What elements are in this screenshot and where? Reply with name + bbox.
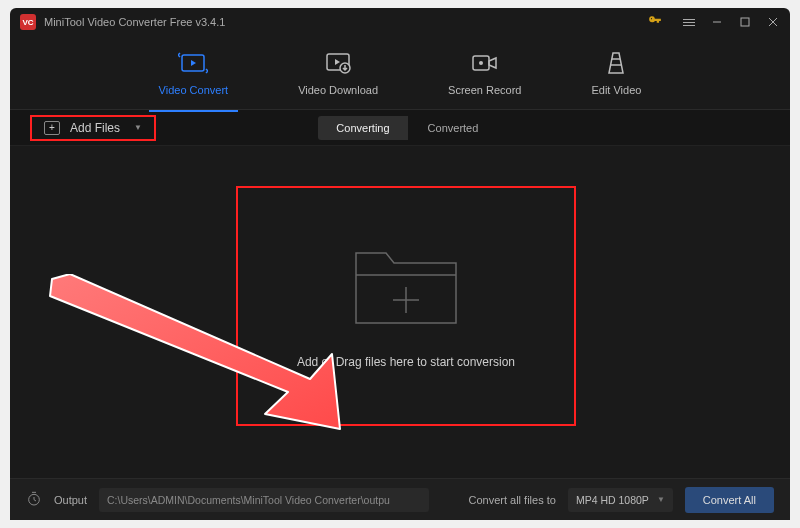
- tab-label: Video Convert: [159, 84, 229, 96]
- tab-label: Edit Video: [591, 84, 641, 96]
- segment-converting[interactable]: Converting: [318, 116, 408, 140]
- tab-label: Screen Record: [448, 84, 521, 96]
- clock-icon[interactable]: [26, 491, 42, 509]
- convert-all-label: Convert all files to: [468, 494, 555, 506]
- status-segment: Converting Converted: [318, 116, 498, 140]
- format-selected: MP4 HD 1080P: [576, 494, 649, 506]
- tab-screen-record[interactable]: Screen Record: [438, 44, 531, 102]
- svg-rect-1: [741, 18, 749, 26]
- dropzone[interactable]: Add or Drag files here to start conversi…: [236, 186, 576, 426]
- titlebar: VC MiniTool Video Converter Free v3.4.1: [10, 8, 790, 36]
- app-title: MiniTool Video Converter Free v3.4.1: [44, 16, 225, 28]
- tab-video-download[interactable]: Video Download: [288, 44, 388, 102]
- output-path-field[interactable]: C:\Users\ADMIN\Documents\MiniTool Video …: [99, 488, 429, 512]
- minimize-button[interactable]: [710, 15, 724, 29]
- add-files-label: Add Files: [70, 121, 120, 135]
- close-button[interactable]: [766, 15, 780, 29]
- menu-button[interactable]: [682, 15, 696, 29]
- video-convert-icon: [178, 50, 208, 76]
- dropzone-text: Add or Drag files here to start conversi…: [297, 355, 515, 369]
- app-window: VC MiniTool Video Converter Free v3.4.1: [10, 8, 790, 520]
- svg-marker-7: [335, 59, 340, 65]
- tab-video-convert[interactable]: Video Convert: [149, 44, 239, 102]
- footer: Output C:\Users\ADMIN\Documents\MiniTool…: [10, 478, 790, 520]
- main-area: Add or Drag files here to start conversi…: [10, 146, 790, 478]
- key-icon[interactable]: [648, 14, 662, 31]
- add-icon: +: [44, 121, 60, 135]
- maximize-button[interactable]: [738, 15, 752, 29]
- convert-all-button[interactable]: Convert All: [685, 487, 774, 513]
- output-label: Output: [54, 494, 87, 506]
- svg-marker-5: [191, 60, 196, 66]
- app-logo: VC: [20, 14, 36, 30]
- add-files-button[interactable]: + Add Files ▼: [30, 115, 156, 141]
- edit-video-icon: [605, 50, 627, 76]
- tab-label: Video Download: [298, 84, 378, 96]
- segment-converted[interactable]: Converted: [408, 116, 498, 140]
- format-select[interactable]: MP4 HD 1080P ▼: [568, 488, 673, 512]
- main-tabs: Video Convert Video Download Screen Reco…: [10, 36, 790, 110]
- screen-record-icon: [471, 50, 499, 76]
- hamburger-icon: [683, 19, 695, 26]
- video-download-icon: [325, 50, 351, 76]
- chevron-down-icon: ▼: [657, 495, 665, 504]
- folder-add-icon: [346, 243, 466, 337]
- tab-edit-video[interactable]: Edit Video: [581, 44, 651, 102]
- chevron-down-icon: ▼: [134, 123, 142, 132]
- svg-point-10: [479, 61, 483, 65]
- toolbar: + Add Files ▼ Converting Converted: [10, 110, 790, 146]
